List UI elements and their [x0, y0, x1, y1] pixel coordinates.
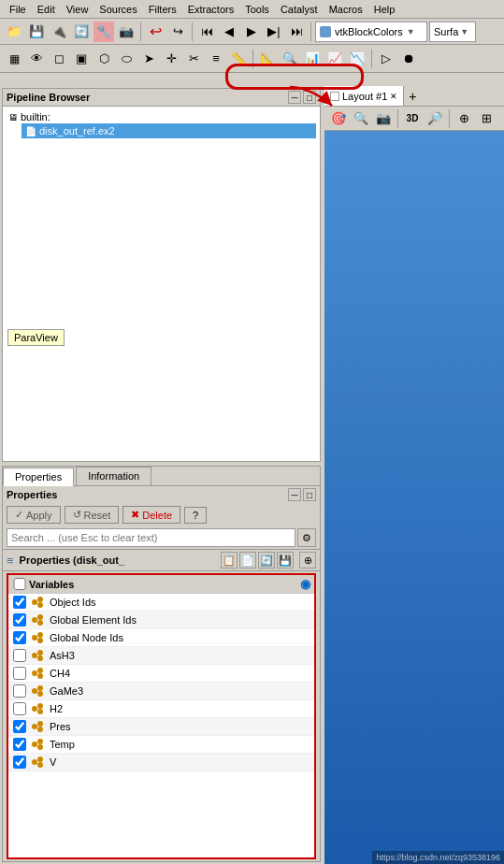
orient1-btn[interactable]: ⊕ [454, 108, 474, 129]
surface-dropdown[interactable]: Surfa ▼ [429, 22, 476, 42]
eye-btn[interactable]: 👁 [26, 49, 47, 69]
camera-btn[interactable]: 📷 [116, 22, 137, 42]
reset-camera-btn[interactable]: 🎯 [328, 108, 349, 129]
pipeline-item-builtin[interactable]: 🖥 builtin: [7, 110, 316, 123]
layout-add-btn[interactable]: + [404, 88, 421, 105]
layout-tab-1[interactable]: Layout #1 ✕ [324, 86, 404, 106]
paste-icon[interactable]: 📄 [239, 552, 256, 569]
filter-btn[interactable]: 🔧 [94, 22, 114, 42]
apply-icon: ✓ [15, 509, 23, 521]
tab-properties[interactable]: Properties [3, 468, 74, 486]
open-btn[interactable]: 📁 [4, 22, 24, 42]
arrow-btn[interactable]: ➤ [138, 49, 159, 69]
menu-extractors[interactable]: Extractors [182, 2, 240, 17]
undo-btn[interactable]: ↩ [145, 22, 166, 42]
pipeline-minimize[interactable]: ─ [288, 91, 301, 104]
menu-file[interactable]: File [4, 2, 32, 17]
zoom-btn[interactable]: 🔎 [425, 108, 445, 129]
menu-tools[interactable]: Tools [239, 2, 275, 17]
color-dropdown[interactable]: vtkBlockColors ▼ [315, 22, 427, 42]
menu-view[interactable]: View [61, 2, 94, 17]
copy-icon[interactable]: 📋 [221, 552, 238, 569]
variable-checkbox[interactable] [12, 756, 27, 769]
variables-table: Variables ◉ Object IdsGlobal Element Ids… [7, 573, 316, 859]
prop-maximize[interactable]: □ [303, 488, 316, 501]
svg-point-4 [37, 614, 43, 620]
expand-icon[interactable]: ⊕ [299, 552, 316, 569]
play-prev-btn[interactable]: ◀ [219, 22, 239, 42]
variable-type-icon [31, 613, 46, 626]
variable-checkbox[interactable] [12, 613, 27, 626]
variable-row: AsH3 [8, 647, 314, 665]
svg-point-24 [32, 742, 37, 747]
sphere-btn[interactable]: ⬡ [94, 49, 114, 69]
measure-btn[interactable]: 📏 [228, 49, 249, 69]
variable-checkbox[interactable] [12, 631, 27, 644]
pipeline-browser: Pipeline Browser ─ □ 🖥 builtin: 📄 disk_o… [2, 88, 321, 462]
save-props-icon[interactable]: 💾 [277, 552, 294, 569]
zoom-fit-btn[interactable]: 🔍 [351, 108, 371, 129]
slices-btn[interactable]: ≡ [206, 49, 226, 69]
search-settings-icon[interactable]: ⚙ [297, 528, 316, 547]
menu-filters[interactable]: Filters [143, 2, 182, 17]
variable-checkbox[interactable] [12, 667, 27, 680]
menu-sources[interactable]: Sources [94, 2, 142, 17]
variable-checkbox[interactable] [12, 684, 27, 698]
chart1-btn[interactable]: 📊 [302, 49, 323, 69]
chart2-btn[interactable]: 📈 [324, 49, 345, 69]
cube-btn[interactable]: ▣ [71, 49, 92, 69]
apply-button[interactable]: ✓ Apply [7, 506, 61, 524]
play-begin-btn[interactable]: ⏮ [196, 22, 217, 42]
grid-btn[interactable]: ▦ [4, 49, 24, 69]
refresh-btn[interactable]: 🔄 [71, 22, 92, 42]
sep-1 [140, 22, 141, 41]
menu-edit[interactable]: Edit [32, 2, 61, 17]
help-button[interactable]: ? [184, 507, 207, 524]
pipeline-item-disk[interactable]: 📄 disk_out_ref.ex2 [22, 123, 316, 138]
eye-icon: ◉ [300, 577, 310, 591]
variable-checkbox[interactable] [12, 649, 27, 662]
variable-checkbox[interactable] [12, 596, 27, 609]
play-next-btn[interactable]: ▶| [264, 22, 284, 42]
color-dropdown-label: vtkBlockColors [335, 26, 403, 37]
properties-title: Properties [7, 489, 57, 500]
delete-button[interactable]: ✖ Delete [122, 506, 180, 524]
svg-point-21 [32, 724, 37, 729]
svg-point-14 [37, 673, 43, 679]
playback-btn[interactable]: ▷ [376, 49, 396, 69]
select-all-checkbox[interactable] [12, 578, 27, 590]
redo-btn[interactable]: ↪ [167, 22, 188, 42]
reset-button[interactable]: ↺ Reset [65, 506, 120, 524]
search-input[interactable] [7, 528, 295, 547]
dropdown-arrow: ▼ [407, 27, 415, 36]
chart3-btn[interactable]: 📉 [347, 49, 367, 69]
rec-btn[interactable]: ⏺ [398, 49, 419, 69]
query-btn[interactable]: 🔍 [280, 49, 300, 69]
cylinder-btn[interactable]: ⬭ [116, 49, 137, 69]
save-btn[interactable]: 💾 [26, 22, 47, 42]
menu-help[interactable]: Help [368, 2, 401, 17]
variable-checkbox[interactable] [12, 720, 27, 733]
prop-minimize[interactable]: ─ [288, 488, 301, 501]
refresh-icon[interactable]: 🔄 [258, 552, 275, 569]
3d-mode-btn[interactable]: 3D [402, 108, 423, 129]
viewport[interactable] [324, 131, 504, 864]
variable-checkbox[interactable] [12, 702, 27, 715]
snapshot-btn[interactable]: 📷 [373, 108, 394, 129]
svg-point-20 [37, 709, 43, 714]
tab-information[interactable]: Information [76, 467, 151, 485]
connect-btn[interactable]: 🔌 [49, 22, 69, 42]
variable-checkbox[interactable] [12, 738, 27, 751]
box-btn[interactable]: ◻ [49, 49, 69, 69]
orient2-btn[interactable]: ⊞ [476, 108, 497, 129]
ruler-btn[interactable]: 📐 [257, 49, 278, 69]
menu-macros[interactable]: Macros [324, 2, 368, 17]
clip-btn[interactable]: ✂ [183, 49, 204, 69]
sep-5 [371, 50, 372, 68]
pipeline-maximize[interactable]: □ [303, 91, 316, 104]
menu-catalyst[interactable]: Catalyst [275, 2, 324, 17]
play-btn[interactable]: ▶ [241, 22, 262, 42]
origin-btn[interactable]: ✛ [161, 49, 181, 69]
layout-close-icon[interactable]: ✕ [390, 92, 397, 101]
play-end-btn[interactable]: ⏭ [286, 22, 307, 42]
